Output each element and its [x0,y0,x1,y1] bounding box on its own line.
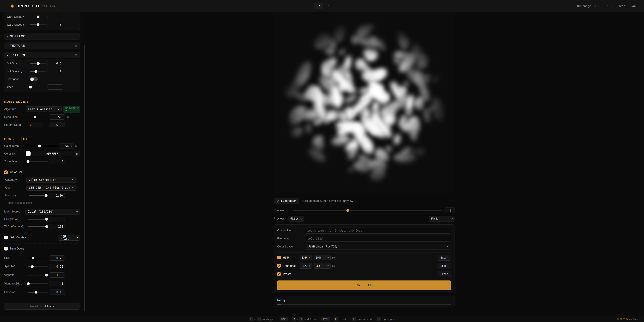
slider-handle[interactable] [45,194,48,197]
vignette-edge-slider[interactable] [28,283,48,284]
grid-overlay-value: Egg Crate [61,234,76,241]
spill-value[interactable]: 0.22 [49,255,65,261]
warp-offset-y-slider[interactable] [30,24,46,25]
spill-slider[interactable] [28,258,48,258]
eyedropper-button[interactable]: Eyedropper [274,198,299,204]
slider-handle[interactable] [346,209,349,212]
vignette-slider[interactable] [28,275,48,276]
tlci-slider[interactable] [28,226,48,227]
slider-handle[interactable] [27,282,30,285]
cri-value[interactable]: 100 [49,217,65,222]
color-tint-swatch[interactable] [26,151,31,156]
grid-overlay-select[interactable]: Egg Crate [58,235,80,241]
slider-handle[interactable] [29,86,32,88]
vignette-value[interactable]: 1.00 [49,272,65,278]
grid-overlay-checkbox[interactable] [4,236,8,239]
section-surface[interactable]: SURFACE 2 [4,33,80,39]
hexagonal-toggle[interactable] [30,77,38,81]
reset-post-effects-button[interactable]: Reset Post-Effects [4,303,80,310]
slider-handle[interactable] [45,274,48,277]
thumbnail-checkbox[interactable]: ✓ [277,264,281,268]
section-pattern[interactable]: PATTERN 25 [4,52,80,58]
slider-handle[interactable] [37,62,40,65]
resolution-slider[interactable] [28,117,48,117]
algorithm-select[interactable]: Fast (Gaussian) [26,106,62,112]
warp-offset-y-value[interactable]: 0 [47,22,63,27]
hdr-format-select[interactable]: EXR [300,255,312,260]
warp-offset-x-slider[interactable] [30,16,46,17]
spill-soft-label: Spill Soft [4,265,28,268]
pattern-seed-input[interactable]: 0 [28,122,43,127]
gel-intensity-value[interactable]: 1.00 [49,193,65,198]
barn-doors-checkbox[interactable] [4,247,8,251]
zone-temp-value[interactable]: 0 [49,159,65,164]
spill-soft-value[interactable]: 0.18 [49,264,65,269]
gel-select[interactable]: LEE 245 - 1/2 Plus Green [26,185,76,190]
gel-category-select[interactable]: Color Correction [26,177,76,183]
redo-button[interactable] [325,3,334,9]
filename-input[interactable]: gobo_2048 [305,236,451,242]
slider-handle[interactable] [34,116,36,118]
noise-engine-title: NOISE ENGINE [4,100,80,104]
undo-button[interactable] [314,3,323,9]
slider-handle[interactable] [32,257,34,259]
color-temp-slider[interactable] [25,146,58,146]
preview-canvas[interactable] [274,13,454,193]
preview-ev-slider[interactable] [293,210,442,211]
preview-size-select[interactable]: 512 px [288,216,304,222]
slider-handle[interactable] [36,15,40,18]
dot-size-value[interactable]: 0.5 [47,61,63,66]
reseed-button[interactable] [49,122,65,127]
separator: + [290,318,291,321]
preset-checkbox[interactable]: ✓ [277,272,281,276]
slider-handle[interactable] [27,160,30,163]
slider-handle[interactable] [38,145,41,148]
slider-handle[interactable] [45,225,48,228]
thumbnail-format-select[interactable]: PNG [300,263,312,269]
cri-slider[interactable] [28,219,48,219]
diffusion-value[interactable]: 0.40 [49,290,65,295]
diffusion-slider[interactable] [28,292,48,293]
hdr-checkbox[interactable]: ✓ [277,256,281,259]
thumbnail-export-button[interactable]: Export [438,263,451,269]
light-source-select[interactable]: Ideal (100/100) [26,209,80,214]
resolution-value[interactable]: 512 [49,114,65,120]
color-tint-reset-button[interactable] [74,151,80,157]
color-space-select[interactable]: sRGB Linear (Rec.709) [305,244,451,250]
slider-handle[interactable] [36,23,40,26]
color-tint-input[interactable]: #FFFFFF [32,151,72,157]
output-path-input[interactable]: Leave empty for browser download [305,228,451,234]
hdr-size-select[interactable]: 2048 [314,255,330,260]
dot-spacing-slider[interactable] [30,71,46,72]
spill-label: Spill [4,256,28,260]
jitter-value[interactable]: 0 [47,84,63,90]
hdr-export-button[interactable]: Export [438,255,451,261]
chevron-down-icon [72,178,74,180]
preview-ev-value[interactable]: -1 [444,207,454,213]
slider-handle[interactable] [45,218,48,221]
slider-handle[interactable] [35,291,38,294]
chevron-down-icon [72,186,74,188]
thumbnail-size-select[interactable]: 256 [314,263,330,269]
tlci-value[interactable]: 100 [49,224,65,229]
color-temp-value[interactable]: 5600 [60,144,74,149]
section-texture[interactable]: TEXTURE 10 [4,42,80,49]
color-gel-checkbox[interactable]: ✓ [4,170,8,174]
eyedropper-button-label: Eyedropper [281,199,296,203]
tonemap-select[interactable]: Filmic [429,216,454,222]
gel-intensity-slider[interactable] [29,195,48,196]
export-all-button[interactable]: Export All [277,281,451,290]
preset-export-button[interactable]: Export [438,271,451,277]
dot-size-slider[interactable] [30,63,46,64]
slider-handle[interactable] [34,70,38,73]
section-surface-label: SURFACE [10,35,25,38]
slider-handle[interactable] [31,265,34,268]
vignette-edge-value[interactable]: 0 [49,281,65,286]
dot-spacing-value[interactable]: 1 [47,69,63,74]
jitter-slider[interactable] [30,87,46,87]
spill-soft-slider[interactable] [28,266,48,267]
warp-offset-x-value[interactable]: 0 [47,14,63,19]
zone-temp-slider[interactable] [28,161,48,162]
sidebar-scrollbar[interactable] [84,45,85,311]
filename-label: Filename [277,237,305,240]
